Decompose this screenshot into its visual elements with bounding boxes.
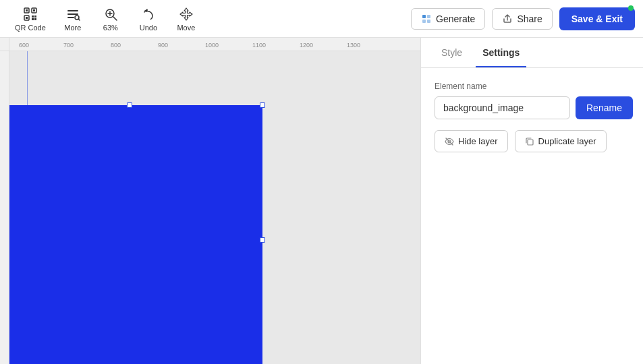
- right-panel: Style Settings Element name Rename: [420, 38, 643, 364]
- element-name-field-label: Element name: [435, 82, 630, 91]
- tab-settings[interactable]: Settings: [476, 38, 526, 67]
- more-button[interactable]: More: [55, 3, 90, 34]
- tab-style[interactable]: Style: [435, 38, 469, 67]
- handle-top-right[interactable]: [260, 102, 265, 108]
- ruler-corner: [0, 38, 9, 51]
- main-area: 600 700 800 900 1000 1100 1200 1300: [0, 38, 643, 364]
- qrcode-icon: [22, 5, 39, 23]
- zoom-icon: [102, 5, 119, 23]
- ruler-tick-1200: 1200: [300, 42, 313, 49]
- undo-label: Undo: [140, 24, 157, 32]
- panel-tabs: Style Settings: [421, 38, 643, 68]
- zoom-label: 63%: [103, 24, 118, 32]
- qrcode-label: QR Code: [15, 24, 46, 32]
- rename-button[interactable]: Rename: [576, 96, 633, 119]
- share-icon: [502, 13, 513, 24]
- panel-content: Element name Rename Hide layer: [421, 68, 643, 364]
- handle-middle-right[interactable]: [260, 237, 265, 243]
- move-label: Move: [177, 24, 195, 32]
- svg-rect-8: [34, 16, 36, 18]
- element-name-input[interactable]: [435, 96, 570, 119]
- svg-rect-25: [528, 140, 533, 145]
- tab-settings-label: Settings: [482, 47, 520, 58]
- svg-rect-11: [67, 13, 78, 15]
- hide-layer-label: Hide layer: [458, 136, 498, 146]
- generate-icon: [421, 13, 432, 24]
- svg-rect-21: [422, 20, 426, 23]
- generate-label: Generate: [436, 13, 475, 24]
- save-exit-button[interactable]: Save & Exit: [559, 7, 635, 30]
- svg-rect-7: [32, 18, 34, 20]
- save-exit-label: Save & Exit: [571, 13, 623, 24]
- zoom-button[interactable]: 63%: [93, 3, 128, 34]
- toolbar-right: Generate Share Save & Exit: [411, 7, 635, 30]
- qrcode-button[interactable]: QR Code: [8, 3, 53, 34]
- svg-rect-9: [34, 18, 36, 20]
- share-button[interactable]: Share: [492, 8, 552, 30]
- svg-rect-19: [422, 15, 426, 18]
- svg-rect-1: [26, 9, 28, 11]
- ruler-tick-600: 600: [19, 42, 29, 49]
- element-name-row: Rename: [435, 96, 630, 119]
- canvas-wrapper: 600 700 800 900 1000 1100 1200 1300: [0, 38, 420, 364]
- ruler-tick-1100: 1100: [252, 42, 266, 49]
- svg-rect-3: [33, 9, 35, 11]
- hide-layer-button[interactable]: Hide layer: [435, 130, 508, 152]
- svg-rect-6: [32, 16, 34, 18]
- ruler-tick-1000: 1000: [205, 42, 219, 49]
- svg-line-14: [78, 19, 80, 20]
- canvas-element-background-image[interactable]: [9, 105, 262, 364]
- rename-label: Rename: [586, 102, 622, 113]
- ruler-tick-800: 800: [111, 42, 121, 49]
- horizontal-ruler: 600 700 800 900 1000 1100 1200 1300: [9, 38, 420, 51]
- svg-rect-5: [26, 17, 28, 19]
- undo-icon: [140, 5, 157, 23]
- share-label: Share: [517, 13, 542, 24]
- svg-rect-12: [67, 17, 74, 18]
- toolbar: QR Code More: [0, 0, 643, 38]
- online-indicator: [628, 5, 634, 11]
- hide-layer-icon: [445, 137, 454, 146]
- svg-rect-22: [427, 20, 430, 23]
- svg-rect-10: [67, 10, 78, 11]
- layer-actions: Hide layer Duplicate layer: [435, 130, 630, 152]
- canvas-content[interactable]: [9, 51, 420, 364]
- duplicate-layer-label: Duplicate layer: [538, 136, 596, 146]
- generate-button[interactable]: Generate: [411, 8, 485, 30]
- more-icon: [64, 5, 82, 23]
- move-icon: [177, 5, 195, 23]
- more-label: More: [64, 24, 81, 32]
- tab-style-label: Style: [441, 47, 462, 58]
- move-button[interactable]: Move: [169, 3, 204, 34]
- handle-top-center[interactable]: [127, 102, 132, 108]
- ruler-tick-900: 900: [158, 42, 168, 49]
- duplicate-layer-icon: [525, 137, 534, 146]
- ruler-tick-700: 700: [63, 42, 74, 49]
- svg-line-16: [113, 17, 117, 20]
- vertical-ruler: [0, 51, 9, 364]
- toolbar-left: QR Code More: [8, 3, 411, 34]
- undo-button[interactable]: Undo: [131, 3, 166, 34]
- ruler-tick-1300: 1300: [347, 42, 360, 49]
- svg-rect-20: [427, 15, 430, 18]
- duplicate-layer-button[interactable]: Duplicate layer: [515, 130, 607, 152]
